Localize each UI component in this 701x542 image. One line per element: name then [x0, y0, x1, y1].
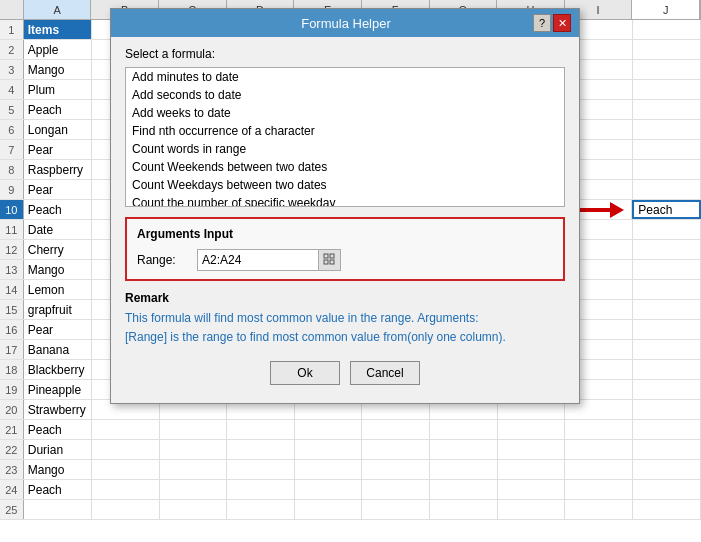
cell-empty[interactable] [498, 440, 566, 459]
cell-empty[interactable] [498, 480, 566, 499]
cell-empty[interactable] [160, 420, 228, 439]
cell-a[interactable]: Date [24, 220, 92, 239]
formula-list-item[interactable]: Count Weekends between two dates [126, 158, 564, 176]
cell-j[interactable] [633, 460, 701, 479]
cell-a[interactable]: Peach [24, 480, 92, 499]
cell-a[interactable]: Apple [24, 40, 92, 59]
cell-j[interactable] [633, 20, 701, 39]
cell-empty[interactable] [430, 500, 498, 519]
cell-empty[interactable] [498, 460, 566, 479]
formula-list-item[interactable]: Count words in range [126, 140, 564, 158]
cell-j[interactable]: Peach [632, 200, 701, 219]
cell-empty[interactable] [362, 500, 430, 519]
cell-a[interactable]: Pear [24, 140, 92, 159]
cell-empty[interactable] [498, 500, 566, 519]
cell-empty[interactable] [362, 480, 430, 499]
cell-j[interactable] [633, 280, 701, 299]
cell-j[interactable] [633, 340, 701, 359]
cell-empty[interactable] [227, 460, 295, 479]
cell-empty[interactable] [295, 420, 363, 439]
cell-empty[interactable] [565, 500, 633, 519]
cell-empty[interactable] [92, 480, 160, 499]
range-select-button[interactable] [318, 250, 340, 270]
cell-a[interactable]: Pear [24, 320, 92, 339]
cell-a[interactable]: Durian [24, 440, 92, 459]
cell-empty[interactable] [295, 480, 363, 499]
table-row[interactable]: 22Durian [0, 440, 701, 460]
cancel-button[interactable]: Cancel [350, 361, 420, 385]
cell-empty[interactable] [565, 480, 633, 499]
cell-empty[interactable] [295, 460, 363, 479]
cell-j[interactable] [633, 240, 701, 259]
cell-empty[interactable] [430, 420, 498, 439]
cell-a[interactable]: Lemon [24, 280, 92, 299]
formula-list-item[interactable]: Add weeks to date [126, 104, 564, 122]
cell-empty[interactable] [227, 440, 295, 459]
cell-j[interactable] [633, 300, 701, 319]
cell-a[interactable]: Peach [24, 200, 92, 219]
cell-a[interactable]: Peach [24, 420, 92, 439]
cell-empty[interactable] [565, 460, 633, 479]
cell-j[interactable] [633, 360, 701, 379]
cell-a[interactable]: Plum [24, 80, 92, 99]
cell-a[interactable]: Cherry [24, 240, 92, 259]
formula-list-item[interactable]: Add minutes to date [126, 68, 564, 86]
cell-j[interactable] [633, 400, 701, 419]
cell-empty[interactable] [295, 500, 363, 519]
cell-empty[interactable] [565, 420, 633, 439]
cell-j[interactable] [633, 180, 701, 199]
cell-j[interactable] [633, 480, 701, 499]
cell-a[interactable]: Banana [24, 340, 92, 359]
range-input[interactable] [198, 251, 318, 269]
cell-j[interactable] [633, 140, 701, 159]
close-button[interactable]: ✕ [553, 14, 571, 32]
cell-j[interactable] [633, 420, 701, 439]
table-row[interactable]: 25 [0, 500, 701, 520]
cell-empty[interactable] [160, 440, 228, 459]
cell-j[interactable] [633, 260, 701, 279]
cell-empty[interactable] [430, 480, 498, 499]
cell-j[interactable] [633, 500, 701, 519]
cell-empty[interactable] [295, 440, 363, 459]
cell-j[interactable] [633, 320, 701, 339]
cell-j[interactable] [633, 60, 701, 79]
cell-a[interactable]: Mango [24, 260, 92, 279]
cell-empty[interactable] [362, 460, 430, 479]
formula-list-item[interactable]: Add seconds to date [126, 86, 564, 104]
cell-empty[interactable] [430, 440, 498, 459]
cell-a[interactable]: Mango [24, 60, 92, 79]
cell-empty[interactable] [160, 460, 228, 479]
cell-j[interactable] [633, 440, 701, 459]
cell-empty[interactable] [362, 420, 430, 439]
cell-j[interactable] [633, 380, 701, 399]
cell-a[interactable] [24, 500, 92, 519]
cell-empty[interactable] [92, 420, 160, 439]
cell-empty[interactable] [92, 500, 160, 519]
table-row[interactable]: 24Peach [0, 480, 701, 500]
cell-j[interactable] [633, 100, 701, 119]
cell-a[interactable]: Blackberry [24, 360, 92, 379]
cell-a[interactable]: Pineapple [24, 380, 92, 399]
cell-empty[interactable] [227, 420, 295, 439]
table-row[interactable]: 21Peach [0, 420, 701, 440]
cell-empty[interactable] [92, 440, 160, 459]
cell-a[interactable]: Peach [24, 100, 92, 119]
cell-empty[interactable] [92, 460, 160, 479]
cell-a[interactable]: Pear [24, 180, 92, 199]
cell-empty[interactable] [565, 440, 633, 459]
cell-empty[interactable] [227, 500, 295, 519]
cell-empty[interactable] [227, 480, 295, 499]
cell-j[interactable] [633, 40, 701, 59]
formula-list-item[interactable]: Count the number of specific weekday [126, 194, 564, 207]
help-button[interactable]: ? [533, 14, 551, 32]
cell-empty[interactable] [160, 500, 228, 519]
cell-a[interactable]: Longan [24, 120, 92, 139]
formula-list-item[interactable]: Count Weekdays between two dates [126, 176, 564, 194]
cell-j[interactable] [633, 220, 701, 239]
ok-button[interactable]: Ok [270, 361, 340, 385]
cell-a[interactable]: grapfruit [24, 300, 92, 319]
cell-a[interactable]: Strawberry [24, 400, 92, 419]
cell-j[interactable] [633, 80, 701, 99]
cell-empty[interactable] [498, 420, 566, 439]
cell-a[interactable]: Raspberry [24, 160, 92, 179]
